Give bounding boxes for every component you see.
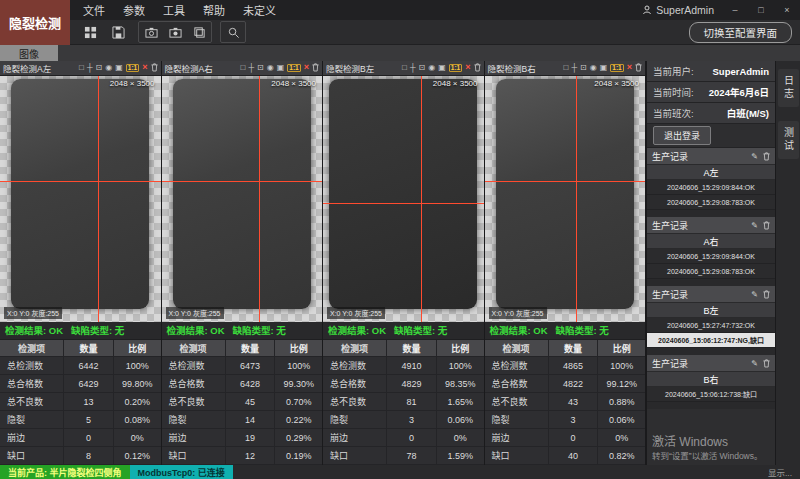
table-cell: 5 — [64, 411, 114, 428]
side-tab-test[interactable]: 测试 — [778, 121, 799, 159]
edit-icon[interactable]: ✎ — [751, 152, 758, 161]
table-cell: 崩边 — [485, 429, 549, 446]
record-entry[interactable]: 20240606_15:29:09:844:OK — [647, 180, 775, 195]
table-cell: 总不良数 — [0, 393, 64, 410]
menu-item-help[interactable]: 帮助 — [194, 2, 234, 18]
clear-icon[interactable]: × — [304, 63, 309, 72]
edit-icon[interactable]: ✎ — [751, 359, 758, 368]
record-list: 20240606_15:06:12:738:缺口 — [647, 387, 775, 402]
panel-header: 隐裂检测B左 □ ┼ ⊡ ◉ ▣ 1:1 × — [323, 61, 484, 76]
table-cell: 0% — [114, 429, 161, 446]
fit-view-icon[interactable]: ⊡ — [257, 64, 264, 72]
crosshair-icon[interactable]: ┼ — [87, 64, 93, 72]
roi-icon[interactable]: □ — [402, 64, 407, 72]
clear-icon[interactable]: × — [465, 63, 470, 72]
table-cell: 6428 — [226, 375, 276, 392]
roi-icon[interactable]: □ — [79, 64, 84, 72]
crosshair-icon[interactable]: ┼ — [571, 64, 577, 72]
result-bar: 检测结果: OK 缺陷类型: 无 — [0, 322, 161, 340]
crosshair-horizontal-line — [485, 181, 646, 182]
one-to-one-icon[interactable]: 1:1 — [126, 64, 139, 73]
layers-icon[interactable] — [187, 22, 211, 42]
close-icon[interactable]: × — [774, 0, 800, 20]
crosshair-icon[interactable]: ┼ — [410, 64, 416, 72]
snapshot-icon[interactable]: ▣ — [115, 64, 123, 72]
image-viewport[interactable]: 2048 × 3500 X:0 Y:0 灰度:255 — [0, 76, 161, 322]
fit-view-icon[interactable]: ⊡ — [96, 64, 103, 72]
table-cell: 100% — [598, 357, 645, 374]
panel-title: 隐裂检测B左 — [326, 62, 374, 74]
resolution-label: 2048 × 3500 — [433, 79, 478, 88]
delete-icon[interactable] — [763, 221, 770, 230]
crosshair-icon[interactable]: ┼ — [248, 64, 254, 72]
record-entry[interactable]: 20240606_15:29:08:783:OK — [647, 264, 775, 279]
snapshot-icon[interactable]: ▣ — [600, 64, 608, 72]
delete-icon[interactable] — [635, 63, 642, 72]
crosshair-vertical-line — [421, 76, 422, 322]
minimize-icon[interactable]: – — [722, 0, 748, 20]
eye-icon[interactable]: ◉ — [590, 64, 597, 72]
status-right-text: 显示... — [768, 465, 800, 479]
eye-icon[interactable]: ◉ — [105, 64, 112, 72]
delete-icon[interactable] — [763, 359, 770, 368]
search-icon[interactable] — [221, 22, 245, 42]
snapshot-icon[interactable]: ▣ — [277, 64, 285, 72]
crosshair-vertical-line — [576, 76, 577, 322]
record-entry[interactable]: 20240606_15:29:09:844:OK — [647, 249, 775, 264]
delete-icon[interactable] — [151, 63, 158, 72]
one-to-one-icon[interactable]: 1:1 — [449, 64, 462, 73]
eye-icon[interactable]: ◉ — [428, 64, 435, 72]
save-icon[interactable] — [106, 22, 130, 42]
record-entry[interactable]: 20240606_15:06:12:738:缺口 — [647, 387, 775, 402]
record-entry[interactable]: 20240606_15:29:08:783:OK — [647, 195, 775, 210]
clear-icon[interactable]: × — [627, 63, 632, 72]
table-cell: 0.19% — [275, 447, 322, 464]
tab-image[interactable]: 图像 — [0, 45, 58, 61]
maximize-icon[interactable]: □ — [748, 0, 774, 20]
image-viewport[interactable]: 2048 × 3500 X:0 Y:0 灰度:255 — [162, 76, 323, 322]
delete-icon[interactable] — [763, 290, 770, 299]
switch-to-config-button[interactable]: 切换至配置界面 — [689, 22, 793, 43]
record-entry[interactable]: 20240606_15:06:12:747:NG,缺口 — [647, 333, 775, 348]
record-entry[interactable]: 20240606_15:27:47:732:OK — [647, 318, 775, 333]
product-image — [329, 79, 477, 309]
grid-view-icon[interactable] — [78, 22, 102, 42]
table-row: 总检测数6473100% — [162, 357, 323, 375]
menu-item-params[interactable]: 参数 — [114, 2, 154, 18]
table-cell: 缺口 — [0, 447, 64, 464]
edit-icon[interactable]: ✎ — [751, 290, 758, 299]
clear-icon[interactable]: × — [142, 63, 147, 72]
side-tab-log[interactable]: 日志 — [778, 69, 799, 107]
edit-icon[interactable]: ✎ — [751, 221, 758, 230]
eye-icon[interactable]: ◉ — [267, 64, 274, 72]
roi-icon[interactable]: □ — [241, 64, 246, 72]
record-section: 生产记录 ✎ B左 20240606_15:27:47:732:OK202406… — [647, 286, 775, 355]
image-viewport[interactable]: 2048 × 3500 X:0 Y:0 灰度:255 — [485, 76, 646, 322]
table-cell: 0.20% — [114, 393, 161, 410]
windows-watermark: 激活 Windows 转到“设置”以激活 Windows。 — [652, 434, 763, 462]
one-to-one-icon[interactable]: 1:1 — [287, 64, 300, 73]
table-row: 隐裂30.06% — [485, 411, 646, 429]
status-product: 当前产品: 半片隐裂检四侧角 — [0, 465, 130, 479]
capture-live-icon[interactable] — [163, 22, 187, 42]
user-menu[interactable]: SuperAdmin — [634, 4, 722, 16]
logout-button[interactable]: 退出登录 — [653, 126, 711, 145]
fit-view-icon[interactable]: ⊡ — [580, 64, 587, 72]
image-viewport[interactable]: 2048 × 3500 X:0 Y:0 灰度:255 — [323, 76, 484, 322]
delete-icon[interactable] — [763, 152, 770, 161]
logout-row: 退出登录 — [647, 124, 775, 148]
capture-once-icon[interactable] — [139, 22, 163, 42]
result-bar: 检测结果: OK 缺陷类型: 无 — [485, 322, 646, 340]
table-cell: 12 — [226, 447, 276, 464]
menu-item-file[interactable]: 文件 — [74, 2, 114, 18]
one-to-one-icon[interactable]: 1:1 — [610, 64, 623, 73]
snapshot-icon[interactable]: ▣ — [438, 64, 446, 72]
table-cell: 19 — [226, 429, 276, 446]
menu-item-tools[interactable]: 工具 — [154, 2, 194, 18]
delete-icon[interactable] — [474, 63, 481, 72]
roi-icon[interactable]: □ — [564, 64, 569, 72]
delete-icon[interactable] — [312, 63, 319, 72]
fit-view-icon[interactable]: ⊡ — [419, 64, 426, 72]
menu-item-undefined[interactable]: 未定义 — [234, 2, 285, 18]
record-section-title: 生产记录 — [652, 150, 688, 163]
